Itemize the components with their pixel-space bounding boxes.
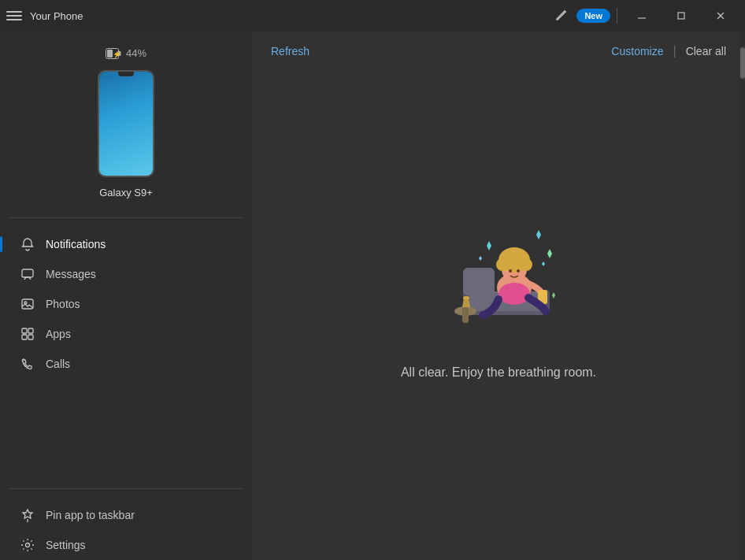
nav-apps[interactable]: Apps <box>5 319 247 349</box>
photos-icon <box>20 297 35 311</box>
scrollbar-thumb[interactable] <box>740 47 745 79</box>
svg-rect-9 <box>22 299 33 309</box>
svg-rect-8 <box>22 269 33 277</box>
minimize-button[interactable] <box>624 3 660 28</box>
svg-rect-12 <box>28 328 33 333</box>
scrollbar-track[interactable] <box>740 32 745 560</box>
phone-preview: ⚡ 44% Galaxy S9+ <box>0 32 252 206</box>
phone-notch <box>118 72 134 76</box>
nav-photos[interactable]: Photos <box>5 289 247 319</box>
settings-icon <box>20 538 35 552</box>
svg-point-35 <box>517 269 520 273</box>
svg-rect-1 <box>678 13 684 19</box>
empty-illustration <box>420 205 577 347</box>
phone-frame <box>98 70 154 177</box>
svg-rect-14 <box>28 335 33 339</box>
nav-messages-label: Messages <box>46 268 96 280</box>
nav-notifications[interactable]: Notifications <box>5 229 247 259</box>
svg-point-10 <box>24 302 27 304</box>
sidebar-divider-top <box>9 217 243 218</box>
messages-icon <box>20 267 35 281</box>
new-badge[interactable]: New <box>576 9 610 23</box>
battery-info: ⚡ 44% <box>106 47 146 59</box>
nav-notifications-label: Notifications <box>46 238 106 250</box>
battery-icon: ⚡ <box>106 48 121 59</box>
svg-rect-13 <box>22 335 27 339</box>
app-title: Your Phone <box>30 10 83 22</box>
svg-rect-21 <box>463 268 495 295</box>
nav-calls-label: Calls <box>46 358 70 370</box>
apps-icon <box>20 327 35 341</box>
svg-rect-6 <box>107 50 113 57</box>
content-area: Refresh Customize | Clear all <box>252 32 745 560</box>
device-name: Galaxy S9+ <box>99 187 153 198</box>
hamburger-menu-icon[interactable] <box>6 8 22 24</box>
empty-message: All clear. Enjoy the breathing room. <box>401 365 596 380</box>
pipe-divider: | <box>673 44 676 58</box>
nav-settings[interactable]: Settings <box>5 530 247 560</box>
svg-rect-11 <box>22 328 27 333</box>
nav-calls[interactable]: Calls <box>5 349 247 379</box>
customize-link[interactable]: Customize <box>611 45 663 57</box>
empty-state: All clear. Enjoy the breathing room. <box>252 71 745 560</box>
title-bar-controls: New <box>548 3 739 28</box>
nav-pin-app-label: Pin app to taskbar <box>46 509 135 521</box>
notifications-icon <box>20 237 35 251</box>
calls-icon <box>20 357 35 371</box>
svg-rect-23 <box>462 307 469 323</box>
nav-photos-label: Photos <box>46 298 80 310</box>
svg-point-24 <box>463 296 469 299</box>
svg-point-34 <box>509 269 512 273</box>
sidebar-divider-bottom <box>9 488 243 489</box>
refresh-link[interactable]: Refresh <box>271 45 309 57</box>
svg-point-33 <box>508 249 521 261</box>
nav-pin-app[interactable]: Pin app to taskbar <box>5 500 247 530</box>
sidebar-bottom: Pin app to taskbar Settings <box>0 477 252 560</box>
pin-icon <box>20 508 35 522</box>
maximize-button[interactable] <box>663 3 699 28</box>
svg-text:⚡: ⚡ <box>113 50 121 59</box>
phone-screen <box>99 72 153 176</box>
title-bar: Your Phone New <box>0 0 745 32</box>
svg-point-26 <box>499 283 530 305</box>
nav-settings-label: Settings <box>46 539 86 551</box>
title-bar-left: Your Phone <box>6 8 548 24</box>
main-layout: ⚡ 44% Galaxy S9+ Notifications <box>0 32 745 560</box>
content-header: Refresh Customize | Clear all <box>252 32 745 71</box>
sidebar: ⚡ 44% Galaxy S9+ Notifications <box>0 32 252 560</box>
nav-messages[interactable]: Messages <box>5 259 247 289</box>
svg-point-16 <box>26 543 30 547</box>
clear-all-link[interactable]: Clear all <box>686 45 726 57</box>
edit-icon-button[interactable] <box>548 3 573 28</box>
battery-level: 44% <box>126 47 146 59</box>
nav-apps-label: Apps <box>46 328 71 340</box>
title-divider <box>617 8 617 24</box>
close-button[interactable] <box>702 3 739 28</box>
